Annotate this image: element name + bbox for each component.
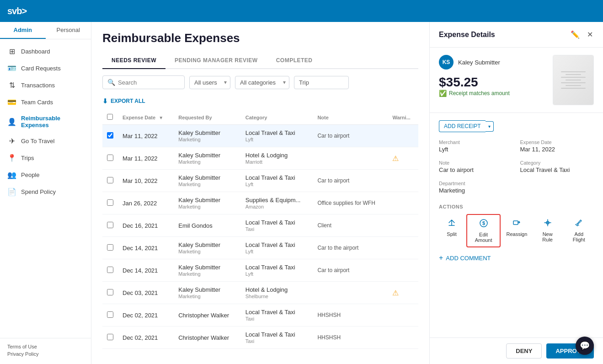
requester-cell: Emil Gondos <box>174 214 241 237</box>
new-rule-action-button[interactable]: New Rule <box>533 214 562 246</box>
main-layout: Admin Personal ⊞ Dashboard 🪪 Card Reques… <box>0 22 603 364</box>
sidebar-item-go-to-travel[interactable]: ✈ Go To Travel <box>0 133 91 150</box>
add-receipt-chevron[interactable]: ▾ <box>486 121 494 132</box>
row-checkbox-cell <box>102 170 118 192</box>
row-checkbox-cell <box>102 282 118 304</box>
category-cell: Local Travel & Taxi Lyft <box>241 259 313 282</box>
export-label: EXPORT ALL <box>111 98 145 104</box>
add-flight-action-button[interactable]: Add Flight <box>564 214 594 246</box>
sidebar-item-transactions[interactable]: ⇅ Transactions <box>0 77 91 94</box>
expense-date-cell: Mar 11, 2022 <box>118 125 174 147</box>
department-value: Marketing <box>439 187 513 194</box>
row-checkbox[interactable] <box>107 244 113 251</box>
receipt-line <box>561 88 585 89</box>
search-box[interactable]: 🔍 <box>102 75 185 89</box>
sidebar-item-card-requests[interactable]: 🪪 Card Requests <box>0 60 91 77</box>
sidebar-item-spend-policy[interactable]: 📄 Spend Policy <box>0 183 91 200</box>
tab-admin[interactable]: Admin <box>0 22 46 39</box>
department-section: Department Marketing <box>439 181 513 194</box>
trip-filter[interactable]: Trip <box>294 76 349 89</box>
edit-amount-action-button[interactable]: $ Edit Amount <box>466 214 501 247</box>
chat-bubble-button[interactable]: 💬 <box>576 337 594 355</box>
tab-pending-manager-review[interactable]: PENDING MANAGER REVIEW <box>165 53 267 69</box>
page-header: Reimbursable Expenses NEEDS REVIEW PENDI… <box>91 22 429 69</box>
split-action-button[interactable]: Split <box>439 214 464 241</box>
expense-date-section: Expense Date Mar 11, 2022 <box>520 139 594 153</box>
header-expense-date[interactable]: Expense Date ▼ <box>118 110 174 125</box>
expense-date-cell: Dec 02, 2021 <box>118 304 174 327</box>
receipt-thumbnail[interactable] <box>553 55 594 105</box>
row-checkbox-cell <box>102 147 118 170</box>
add-receipt-button[interactable]: ADD RECEIPT <box>439 120 486 132</box>
requester-cell: Christopher Walker <box>174 304 241 327</box>
category-section: Category Local Travel & Taxi <box>520 160 594 173</box>
header-note[interactable]: Note <box>313 110 388 125</box>
header-category[interactable]: Category <box>241 110 313 125</box>
row-checkbox[interactable] <box>107 155 113 161</box>
team-cards-icon: 💳 <box>7 98 16 107</box>
panel-top-section: KS Kaley Submitter $35.25 ✅ Receipt matc… <box>430 48 603 113</box>
row-checkbox-cell <box>102 304 118 327</box>
select-all-checkbox[interactable] <box>107 114 113 120</box>
table-row[interactable]: Dec 14, 2021 Kaley Submitter Marketing L… <box>102 237 418 259</box>
table-row[interactable]: Dec 14, 2021 Kaley Submitter Marketing L… <box>102 259 418 282</box>
row-checkbox[interactable] <box>107 289 113 295</box>
row-checkbox-cell <box>102 125 118 147</box>
actions-label: ACTIONS <box>439 204 594 209</box>
row-checkbox[interactable] <box>107 334 113 340</box>
requester-name: Christopher Walker <box>178 334 236 341</box>
row-checkbox[interactable] <box>107 132 113 139</box>
requester-cell: Kaley Submitter Marketing <box>174 237 241 259</box>
privacy-policy-link[interactable]: Privacy Policy <box>7 351 84 357</box>
add-receipt-wrapper: ADD RECEIPT ▾ <box>439 120 594 132</box>
sidebar-item-team-cards[interactable]: 💳 Team Cards <box>0 94 91 111</box>
table-row[interactable]: Mar 11, 2022 Kaley Submitter Marketing L… <box>102 125 418 147</box>
category-sub: Taxi <box>245 226 309 232</box>
sidebar-item-label: Spend Policy <box>21 188 56 195</box>
row-checkbox[interactable] <box>107 177 113 183</box>
table-row[interactable]: Mar 11, 2022 Kaley Submitter Marketing H… <box>102 147 418 170</box>
user-amount-receipt: KS Kaley Submitter $35.25 ✅ Receipt matc… <box>439 55 594 105</box>
user-avatar: KS <box>439 55 454 70</box>
row-checkbox[interactable] <box>107 311 113 318</box>
expense-date-cell: Dec 16, 2021 <box>118 214 174 237</box>
edit-icon[interactable]: ✏️ <box>570 29 581 40</box>
table-row[interactable]: Mar 10, 2022 Kaley Submitter Marketing L… <box>102 170 418 192</box>
add-comment-button[interactable]: + ADD COMMENT <box>439 254 594 262</box>
category-sub: Shelburne <box>245 294 309 299</box>
requester-name: Kaley Submitter <box>178 129 236 136</box>
tab-personal[interactable]: Personal <box>46 22 91 39</box>
tab-completed[interactable]: COMPLETED <box>267 53 322 69</box>
export-all-button[interactable]: ⬇ EXPORT ALL <box>102 96 418 107</box>
terms-of-use-link[interactable]: Terms of Use <box>7 344 84 349</box>
row-checkbox[interactable] <box>107 199 113 206</box>
tab-needs-review[interactable]: NEEDS REVIEW <box>102 53 165 69</box>
search-input[interactable] <box>118 79 180 86</box>
requester-name: Kaley Submitter <box>178 286 236 293</box>
category-sub: Taxi <box>245 338 309 344</box>
sidebar-item-dashboard[interactable]: ⊞ Dashboard <box>0 43 91 60</box>
sidebar-item-people[interactable]: 👥 People <box>0 166 91 183</box>
close-icon[interactable]: ✕ <box>586 29 594 40</box>
header-requested-by[interactable]: Requested By <box>174 110 241 125</box>
expense-date-cell: Mar 10, 2022 <box>118 170 174 192</box>
warning-icon: ⚠ <box>392 289 399 297</box>
categories-filter[interactable]: All categories <box>235 76 289 89</box>
table-row[interactable]: Dec 03, 2021 Kaley Submitter Marketing H… <box>102 282 418 304</box>
sidebar-item-trips[interactable]: 📍 Trips <box>0 150 91 166</box>
row-checkbox[interactable] <box>107 222 113 228</box>
category-cell: Local Travel & Taxi Lyft <box>241 125 313 147</box>
row-checkbox-cell <box>102 259 118 282</box>
table-row[interactable]: Dec 02, 2021 Christopher Walker Local Tr… <box>102 327 418 349</box>
table-row[interactable]: Jan 26, 2022 Kaley Submitter Marketing S… <box>102 192 418 214</box>
export-icon: ⬇ <box>102 97 108 105</box>
table-row[interactable]: Dec 02, 2021 Christopher Walker Local Tr… <box>102 304 418 327</box>
sidebar-item-reimbursable-expenses[interactable]: 👤 Reimbursable Expenses <box>0 111 91 133</box>
table-row[interactable]: Dec 16, 2021 Emil Gondos Local Travel & … <box>102 214 418 237</box>
sidebar-item-label: Dashboard <box>21 48 50 55</box>
row-checkbox[interactable] <box>107 267 113 273</box>
deny-button[interactable]: DENY <box>506 343 542 359</box>
reassign-action-button[interactable]: Reassign <box>502 214 531 241</box>
users-filter[interactable]: All users <box>189 76 230 89</box>
edit-amount-label: Edit Amount <box>473 232 494 243</box>
